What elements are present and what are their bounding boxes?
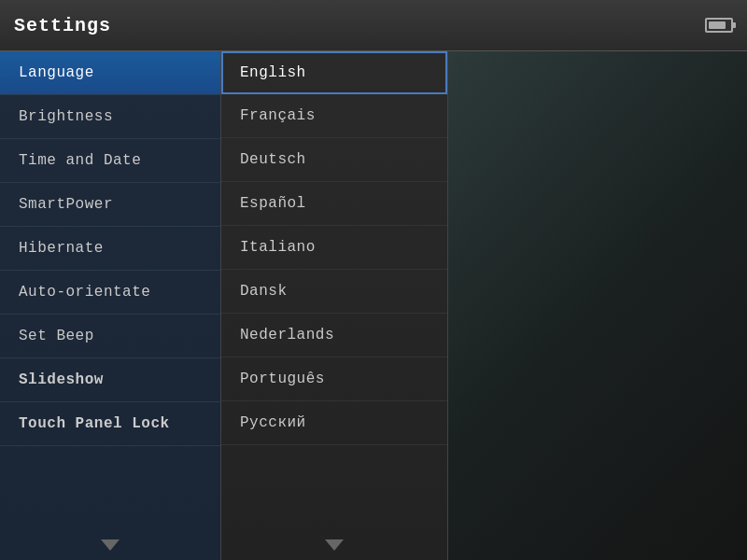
- left-panel: LanguageBrightnessTime and DateSmartPowe…: [0, 51, 221, 560]
- language-option-français[interactable]: Français: [221, 94, 447, 138]
- right-panel: [448, 51, 747, 560]
- language-option-dansk[interactable]: Dansk: [221, 270, 447, 314]
- sidebar-item-auto-orientate[interactable]: Auto-orientate: [0, 271, 220, 315]
- main-content: LanguageBrightnessTime and DateSmartPowe…: [0, 51, 747, 560]
- sidebar-item-set-beep[interactable]: Set Beep: [0, 315, 220, 358]
- sidebar-item-language[interactable]: Language: [0, 51, 220, 95]
- sidebar-item-slideshow[interactable]: Slideshow: [0, 358, 220, 402]
- language-option-deutsch[interactable]: Deutsch: [221, 138, 447, 182]
- header: Settings: [0, 0, 747, 51]
- middle-panel: EnglishFrançaisDeutschEspañolItalianoDan…: [221, 51, 448, 560]
- sidebar-item-hibernate[interactable]: Hibernate: [0, 227, 220, 271]
- battery-icon: [705, 18, 733, 33]
- left-items-container: LanguageBrightnessTime and DateSmartPowe…: [0, 51, 220, 446]
- sidebar-item-brightness[interactable]: Brightness: [0, 95, 220, 139]
- page-title: Settings: [14, 15, 111, 36]
- language-option-русский[interactable]: Русский: [221, 401, 447, 445]
- language-option-italiano[interactable]: Italiano: [221, 226, 447, 270]
- middle-scroll-down-button[interactable]: [221, 530, 447, 560]
- sidebar-item-time-and-date[interactable]: Time and Date: [0, 139, 220, 183]
- left-down-arrow-icon: [101, 539, 120, 551]
- sidebar-item-touch-panel-lock[interactable]: Touch Panel Lock: [0, 402, 220, 446]
- middle-down-arrow-icon: [325, 539, 344, 551]
- language-option-english[interactable]: English: [221, 51, 447, 94]
- sidebar-item-smartpower[interactable]: SmartPower: [0, 183, 220, 227]
- language-option-português[interactable]: Português: [221, 357, 447, 401]
- language-option-español[interactable]: Español: [221, 182, 447, 226]
- middle-items-container: EnglishFrançaisDeutschEspañolItalianoDan…: [221, 51, 447, 445]
- left-scroll-down-button[interactable]: [0, 530, 220, 560]
- language-option-nederlands[interactable]: Nederlands: [221, 314, 447, 357]
